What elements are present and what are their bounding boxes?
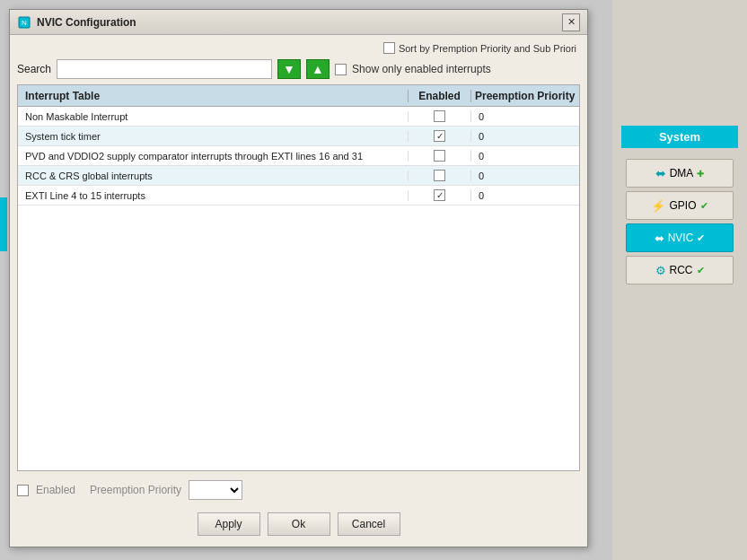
row-checkbox-4[interactable] <box>434 189 445 201</box>
search-input[interactable] <box>57 59 272 79</box>
sidebar-gpio-label: GPIO <box>669 199 696 212</box>
search-bar: Search ▼ ▲ Show only enabled interrupts <box>17 59 580 79</box>
header-priority: Preemption Priority <box>471 90 579 102</box>
table-row: System tick timer 0 <box>18 127 579 146</box>
row-name-2: PVD and VDDIO2 supply comparator interru… <box>18 151 409 162</box>
table-row: EXTI Line 4 to 15 interrupts 0 <box>18 186 579 206</box>
left-tab <box>0 197 7 251</box>
bottom-enabled-checkbox[interactable] <box>17 485 29 496</box>
row-checkbox-3[interactable] <box>434 170 445 181</box>
row-priority-1: 0 <box>471 131 579 142</box>
sidebar-dma-label: DMA <box>670 167 694 179</box>
table-row: RCC & CRS global interrupts 0 <box>18 166 579 186</box>
dialog-close-button[interactable]: ✕ <box>562 13 580 31</box>
header-interrupt-table: Interrupt Table <box>18 90 409 102</box>
sidebar-btn-gpio[interactable]: ⚡ GPIO ✔ <box>626 191 734 220</box>
sidebar-btn-nvic[interactable]: ⬌ NVIC ✔ <box>626 223 734 252</box>
row-priority-2: 0 <box>471 151 579 162</box>
row-priority-4: 0 <box>471 190 579 201</box>
interrupt-table: Interrupt Table Enabled Preemption Prior… <box>17 84 580 471</box>
row-enabled-2 <box>409 150 471 162</box>
sidebar-btn-rcc[interactable]: ⚙ RCC ✔ <box>626 256 734 284</box>
sort-checkbox[interactable] <box>383 42 395 54</box>
show-enabled-label: Show only enabled interrupts <box>352 63 491 75</box>
sort-label: Sort by Premption Priority and Sub Prior… <box>399 43 576 54</box>
show-enabled-checkbox[interactable] <box>335 64 347 75</box>
gpio-check-icon: ✔ <box>700 200 708 212</box>
row-checkbox-2[interactable] <box>434 150 445 162</box>
nvic-dialog: N NVIC Configuration ✕ Sort by Premption… <box>9 9 588 547</box>
table-body: Non Maskable Interrupt 0 System tick tim… <box>18 107 579 470</box>
dma-add-icon: ✚ <box>697 169 704 179</box>
row-name-3: RCC & CRS global interrupts <box>18 171 409 181</box>
sidebar-rcc-label: RCC <box>670 264 693 276</box>
dialog-titlebar: N NVIC Configuration ✕ <box>10 10 587 35</box>
search-label: Search <box>17 63 51 75</box>
row-enabled-4 <box>409 189 471 201</box>
rcc-icon: ⚙ <box>655 264 666 277</box>
preemption-select[interactable] <box>189 480 242 500</box>
preemption-label: Preemption Priority <box>90 484 181 496</box>
nvic-icon: ⬌ <box>655 232 664 245</box>
action-buttons: Apply Ok Cancel <box>17 509 580 539</box>
cancel-button[interactable]: Cancel <box>338 512 400 536</box>
row-checkbox-0[interactable] <box>434 110 445 122</box>
row-name-0: Non Maskable Interrupt <box>18 111 409 122</box>
row-priority-3: 0 <box>471 171 579 181</box>
bottom-enabled-label: Enabled <box>36 484 75 496</box>
nvic-check-icon: ✔ <box>697 232 705 244</box>
row-priority-0: 0 <box>471 111 579 122</box>
row-name-1: System tick timer <box>18 131 409 142</box>
rcc-check-icon: ✔ <box>697 265 705 276</box>
row-checkbox-1[interactable] <box>434 130 445 142</box>
row-enabled-0 <box>409 110 471 122</box>
sidebar-nvic-label: NVIC <box>668 232 694 244</box>
table-row: PVD and VDDIO2 supply comparator interru… <box>18 146 579 166</box>
sidebar-btn-dma[interactable]: ⬌ DMA ✚ <box>626 159 734 188</box>
sidebar: System ⬌ DMA ✚ ⚡ GPIO ✔ ⬌ NVIC ✔ ⚙ RCC ✔ <box>612 0 747 560</box>
gpio-icon: ⚡ <box>651 199 665 213</box>
dialog-title-text: NVIC Configuration <box>37 16 562 29</box>
dialog-content: Sort by Premption Priority and Sub Prior… <box>10 35 587 547</box>
table-row: Non Maskable Interrupt 0 <box>18 107 579 127</box>
search-prev-button[interactable]: ▲ <box>306 59 330 79</box>
sidebar-system-label: System <box>621 126 738 148</box>
row-enabled-1 <box>409 130 471 142</box>
row-name-4: EXTI Line 4 to 15 interrupts <box>18 190 409 201</box>
search-next-button[interactable]: ▼ <box>277 59 301 79</box>
ok-button[interactable]: Ok <box>268 512 330 536</box>
dma-icon: ⬌ <box>655 166 666 180</box>
table-header: Interrupt Table Enabled Preemption Prior… <box>18 85 579 107</box>
row-enabled-3 <box>409 170 471 181</box>
svg-text:N: N <box>22 19 27 27</box>
sort-bar: Sort by Premption Priority and Sub Prior… <box>17 42 580 54</box>
dialog-title-icon: N <box>17 15 31 30</box>
header-enabled: Enabled <box>409 90 471 102</box>
apply-button[interactable]: Apply <box>198 512 260 536</box>
bottom-controls: Enabled Preemption Priority <box>17 477 580 503</box>
